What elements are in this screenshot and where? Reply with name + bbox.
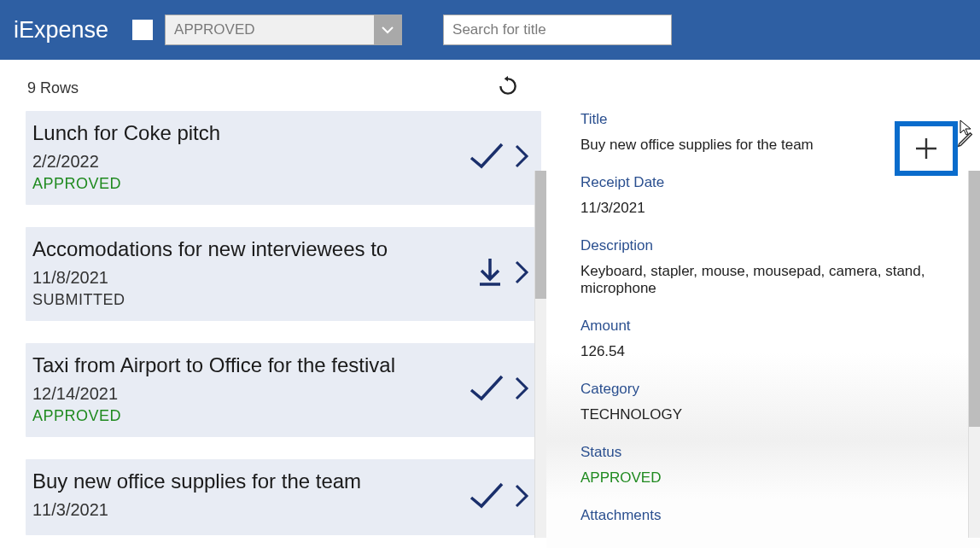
detail-label-receipt-date: Receipt Date: [580, 174, 954, 191]
expense-card-actions: [475, 255, 529, 293]
add-button[interactable]: [895, 121, 958, 176]
expense-card-title: Accomodations for new interviewees to: [32, 237, 526, 261]
download-icon[interactable]: [475, 255, 505, 293]
expense-card-title: Lunch for Coke pitch: [32, 121, 526, 145]
search-input[interactable]: [443, 15, 672, 45]
detail-label-category: Category: [580, 381, 954, 398]
refresh-icon[interactable]: [497, 75, 519, 101]
check-icon[interactable]: [468, 481, 505, 515]
app-header: iExpense APPROVED: [0, 0, 980, 60]
expense-card-status: APPROVED: [32, 407, 526, 425]
detail-value-receipt-date: 11/3/2021: [580, 200, 954, 217]
detail-label-status: Status: [580, 444, 954, 461]
expense-card[interactable]: Taxi from Airport to Office for the fest…: [26, 343, 541, 437]
check-icon[interactable]: [468, 141, 505, 175]
app-title: iExpense: [14, 17, 108, 44]
expense-card-actions: [468, 141, 529, 175]
detail-value-category: TECHNOLOGY: [580, 406, 954, 423]
check-icon[interactable]: [468, 373, 505, 407]
chevron-right-icon[interactable]: [514, 143, 529, 172]
expense-card-actions: [468, 373, 529, 407]
expense-card-status: SUBMITTED: [32, 291, 526, 309]
expense-card[interactable]: Accomodations for new interviewees to11/…: [26, 227, 541, 321]
expense-card-date: 2/2/2022: [32, 152, 526, 172]
chevron-right-icon[interactable]: [514, 376, 529, 405]
expense-card-status: APPROVED: [32, 175, 526, 193]
filter-checkbox[interactable]: [132, 20, 153, 40]
detail-label-amount: Amount: [580, 318, 954, 335]
expense-list-panel: 9 Rows Lunch for Coke pitch2/2/2022APPRO…: [0, 60, 546, 548]
filter-dropdown[interactable]: APPROVED: [165, 15, 402, 45]
plus-icon: [913, 135, 940, 162]
filter-dropdown-value: APPROVED: [166, 15, 374, 44]
detail-label-description: Description: [580, 237, 954, 254]
chevron-right-icon[interactable]: [514, 483, 529, 512]
detail-value-description: Keyboard, stapler, mouse, mousepad, came…: [580, 263, 954, 297]
expense-card[interactable]: Buy new office supplies for the team11/3…: [26, 459, 541, 535]
chevron-right-icon[interactable]: [514, 259, 529, 289]
list-scrollbar[interactable]: [534, 171, 546, 538]
detail-scrollbar-thumb[interactable]: [969, 171, 980, 427]
expense-card-date: 11/3/2021: [32, 500, 526, 520]
expense-card-title: Taxi from Airport to Office for the fest…: [32, 353, 526, 377]
chevron-down-icon[interactable]: [374, 15, 401, 44]
cursor-icon: [960, 120, 973, 140]
expense-card[interactable]: Lunch for Coke pitch2/2/2022APPROVED: [26, 111, 541, 205]
detail-value-amount: 126.54: [580, 343, 954, 360]
detail-value-status: APPROVED: [580, 469, 954, 487]
list-scrollbar-thumb[interactable]: [535, 171, 546, 299]
detail-label-attachments: Attachments: [580, 507, 954, 524]
expense-card-actions: [468, 481, 529, 515]
expense-card-title: Buy new office supplies for the team: [32, 469, 526, 493]
expense-card-date: 11/8/2021: [32, 268, 526, 288]
expense-card-date: 12/14/2021: [32, 384, 526, 404]
row-count-label: 9 Rows: [27, 79, 79, 97]
detail-scrollbar[interactable]: [968, 171, 980, 538]
